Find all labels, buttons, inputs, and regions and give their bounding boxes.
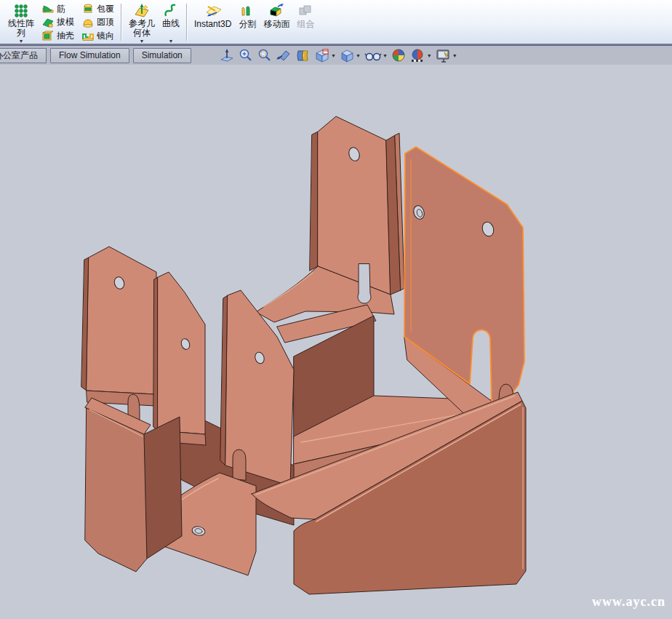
dome-icon	[81, 17, 94, 28]
reference-geometry-button[interactable]: 参考几 何体 ▼	[125, 1, 159, 44]
rib-label: 筋	[57, 3, 65, 15]
curves-icon	[164, 2, 178, 19]
left-box-side	[144, 417, 182, 559]
heads-up-view-toolbar: ▼ ▼ ▼	[218, 46, 458, 65]
reference-geometry-icon	[134, 2, 150, 19]
reference-geometry-label-2: 何体	[133, 28, 151, 38]
view-settings-dropdown[interactable]: ▼	[452, 53, 457, 58]
linear-pattern-dropdown[interactable]: ▼	[19, 39, 24, 44]
display-style-dropdown[interactable]: ▼	[356, 53, 361, 58]
section-view-icon[interactable]	[295, 47, 311, 64]
hide-show-items-dropdown[interactable]: ▼	[383, 53, 388, 58]
tab-office-products[interactable]: 办公室产品	[0, 48, 47, 63]
wrap-label: 包覆	[97, 3, 114, 15]
left-flange-2	[158, 272, 205, 434]
back-plate-left-edge	[310, 132, 318, 271]
rib-button[interactable]: 筋	[39, 2, 76, 15]
shell-button[interactable]: 抽壳	[39, 29, 76, 42]
combine-icon	[297, 2, 313, 20]
feature-stack-2: 包覆 圆顶 镜向	[78, 1, 118, 44]
view-orientation-dropdown[interactable]: ▼	[331, 53, 336, 58]
split-label: 分割	[239, 20, 256, 29]
left-box-front	[85, 408, 147, 572]
reference-geometry-dropdown[interactable]: ▼	[140, 39, 145, 44]
apply-scene-icon[interactable]: ▼	[409, 47, 433, 64]
feature-stack-1: 筋 拔模 抽壳	[38, 1, 78, 44]
tab-flow-simulation-label: Flow Simulation	[59, 50, 121, 60]
apply-scene-dropdown[interactable]: ▼	[427, 53, 432, 58]
draft-icon	[41, 17, 54, 28]
wrap-button[interactable]: 包覆	[79, 2, 116, 15]
linear-pattern-button[interactable]: 线性阵 列 ▼	[4, 1, 38, 44]
left-flange-1	[87, 247, 156, 394]
move-face-icon	[268, 2, 285, 20]
floor-tab	[233, 450, 246, 480]
mirror-icon	[81, 30, 94, 41]
tab-simulation-label: Simulation	[142, 50, 183, 60]
mirror-label: 镜向	[97, 30, 114, 42]
display-style-icon[interactable]: ▼	[339, 47, 361, 64]
keyhole-slot-upper	[358, 264, 371, 303]
view-settings-icon[interactable]: ▼	[435, 47, 458, 64]
combine-label: 组合	[297, 20, 314, 29]
draft-button[interactable]: 拔模	[39, 16, 76, 29]
solidworks-window: 线性阵 列 ▼ 筋 拔模	[0, 0, 672, 619]
view-orientation-icon[interactable]: ▼	[313, 47, 337, 64]
back-plate	[318, 116, 391, 295]
watermark: www.ayc.cn	[592, 594, 665, 610]
toolbar-separator-2	[186, 4, 188, 41]
mirror-button[interactable]: 镜向	[79, 29, 116, 42]
curves-dropdown[interactable]: ▼	[169, 39, 174, 44]
dome-button[interactable]: 圆顶	[79, 16, 116, 29]
curves-button[interactable]: 曲线 ▼	[159, 1, 183, 44]
tab-flow-simulation[interactable]: Flow Simulation	[50, 48, 129, 63]
split-icon	[240, 2, 255, 20]
move-face-button[interactable]: 移动面	[260, 1, 293, 44]
tab-simulation[interactable]: Simulation	[133, 48, 191, 63]
zoom-to-area-icon[interactable]	[256, 47, 273, 64]
split-button[interactable]: 分割	[235, 1, 260, 44]
graphics-viewport[interactable]: www.ayc.cn	[0, 65, 672, 619]
tab-strip: 办公室产品 Flow Simulation Simulation	[0, 45, 672, 65]
previous-view-icon[interactable]	[275, 47, 292, 64]
instant3d-icon	[204, 2, 223, 20]
features-toolbar: 线性阵 列 ▼ 筋 拔模	[0, 0, 672, 45]
move-face-label: 移动面	[263, 20, 289, 29]
tab-office-products-label: 办公室产品	[0, 49, 38, 62]
left-flange-2-edge	[153, 277, 158, 431]
draft-label: 拔模	[57, 16, 74, 28]
shell-icon	[41, 30, 54, 41]
edit-appearance-icon[interactable]	[391, 47, 407, 64]
dome-label: 圆顶	[97, 16, 114, 28]
instant3d-button[interactable]: Instant3D	[191, 1, 235, 44]
linear-pattern-label-2: 列	[17, 28, 25, 38]
linear-pattern-icon	[14, 2, 28, 19]
rib-icon	[41, 3, 54, 15]
toolbar-separator-1	[121, 4, 122, 41]
instant3d-label: Instant3D	[194, 20, 231, 29]
zoom-to-fit-icon[interactable]	[237, 47, 254, 64]
wrap-icon	[81, 3, 94, 15]
combine-button[interactable]: 组合	[293, 1, 318, 44]
model-3d-view[interactable]	[0, 65, 672, 619]
hide-show-items-icon[interactable]: ▼	[364, 47, 388, 64]
normal-to-icon[interactable]	[218, 47, 235, 64]
shell-label: 抽壳	[57, 30, 74, 42]
